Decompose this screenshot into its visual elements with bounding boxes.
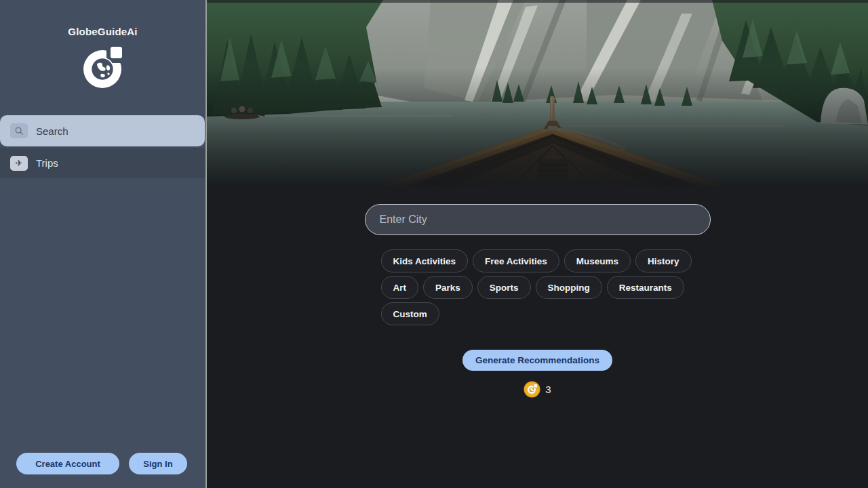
chip-museums[interactable]: Museums bbox=[564, 249, 631, 272]
chip-kids-activities[interactable]: Kids Activities bbox=[381, 249, 469, 272]
chip-custom[interactable]: Custom bbox=[381, 302, 439, 325]
chip-parks[interactable]: Parks bbox=[423, 276, 473, 299]
brand: GlobeGuideAi bbox=[0, 0, 205, 90]
plane-icon: ✈ bbox=[10, 156, 28, 171]
sidebar-item-trips[interactable]: ✈ Trips bbox=[0, 148, 205, 178]
sidebar: GlobeGuideAi bbox=[0, 0, 207, 488]
chip-sports[interactable]: Sports bbox=[477, 276, 531, 299]
chip-free-activities[interactable]: Free Activities bbox=[473, 249, 559, 272]
hero-image bbox=[207, 0, 868, 186]
chip-history[interactable]: History bbox=[635, 249, 692, 272]
lake-boat-hero-image bbox=[207, 0, 868, 186]
category-chips: Kids Activities Free Activities Museums … bbox=[381, 249, 694, 325]
chip-restaurants[interactable]: Restaurants bbox=[607, 276, 684, 299]
sidebar-item-label: Trips bbox=[36, 157, 58, 169]
sign-in-button[interactable]: Sign In bbox=[129, 453, 187, 474]
auth-actions: Create Account Sign In bbox=[16, 453, 187, 474]
city-search-input[interactable] bbox=[365, 204, 711, 235]
app-window: GlobeGuideAi bbox=[0, 0, 868, 488]
main-panel: Kids Activities Free Activities Museums … bbox=[207, 0, 868, 488]
coin-icon bbox=[524, 381, 540, 398]
chip-shopping[interactable]: Shopping bbox=[536, 276, 602, 299]
credits-display: 3 bbox=[524, 381, 551, 398]
sidebar-item-label: Search bbox=[36, 125, 68, 137]
search-icon bbox=[10, 123, 28, 138]
app-title: GlobeGuideAi bbox=[0, 26, 205, 37]
credit-count: 3 bbox=[545, 384, 551, 395]
globe-logo-icon bbox=[81, 45, 125, 90]
sidebar-item-search[interactable]: Search bbox=[0, 115, 205, 146]
chip-art[interactable]: Art bbox=[381, 276, 419, 299]
search-content: Kids Activities Free Activities Museums … bbox=[207, 186, 868, 488]
generate-recommendations-button[interactable]: Generate Recommendations bbox=[462, 350, 612, 371]
create-account-button[interactable]: Create Account bbox=[16, 453, 119, 474]
sidebar-nav: Search ✈ Trips bbox=[0, 115, 205, 178]
